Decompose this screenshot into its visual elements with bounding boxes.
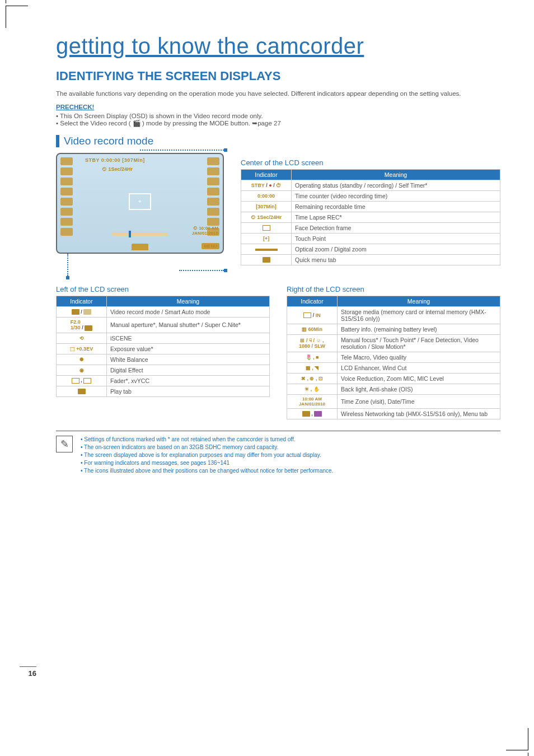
table-row: ▥ 60MinBattery info. (remaining battery …	[287, 324, 500, 335]
indicator-cell: ⟲	[57, 333, 107, 343]
meaning-cell: Remaining recordable time	[292, 202, 500, 212]
meaning-cell: Voice Reduction, Zoom MIC, MIC Level	[338, 374, 500, 384]
indicator-cell: ,	[57, 375, 107, 386]
meaning-cell: Quick menu tab	[292, 255, 500, 265]
meaning-cell: Optical zoom / Digital zoom	[292, 244, 500, 255]
table-row: / INStorage media (memory card or intern…	[287, 307, 500, 324]
table-row: ⬚ +0.3EVExposure value*	[57, 343, 270, 354]
subsection-bar: Video record mode	[56, 135, 500, 147]
meaning-cell: Tele Macro, Video quality	[338, 352, 500, 363]
indicator-cell: [+]	[241, 234, 292, 244]
indicator-cell: ,	[287, 409, 338, 419]
table-row: ◉Digital Effect	[57, 365, 270, 375]
meaning-cell: Battery info. (remaining battery level)	[338, 324, 500, 335]
table-row: , Fader*, xvYCC	[57, 375, 270, 386]
left-heading: Left of the LCD screen	[56, 285, 270, 293]
table-row: Play tab	[57, 386, 270, 396]
table-row: ⊞ / ☟ / ☺ ,1080 / SLWManual focus* / Tou…	[287, 335, 500, 352]
indicator-cell: / IN	[287, 307, 338, 324]
table-row: STBY / ● / ⏱Operating status (standby / …	[241, 180, 500, 191]
chapter-title: getting to know the camcorder	[56, 34, 500, 59]
meaning-cell: Video record mode / Smart Auto mode	[107, 307, 270, 318]
table-row: ▦ , ◥LCD Enhancer, Wind Cut	[287, 363, 500, 374]
precheck-item: Select the Video record ( 🎬 ) mode by pr…	[56, 119, 500, 127]
meaning-cell: Digital Effect	[107, 365, 270, 375]
meaning-cell: Fader*, xvYCC	[107, 375, 270, 386]
zoom-bar-icon	[112, 232, 168, 236]
meaning-cell: Storage media (memory card or internal m…	[338, 307, 500, 324]
table-row: F2.01/30 / Manual aperture*, Manual shut…	[57, 318, 270, 333]
center-table: Indicator Meaning STBY / ● / ⏱Operating …	[241, 169, 500, 265]
menu-button-icon: MENU	[202, 243, 219, 249]
meaning-cell: Wireless Networking tab (HMX-S15/S16 onl…	[338, 409, 500, 419]
indicator-cell: F2.01/30 /	[57, 318, 107, 333]
th-meaning: Meaning	[292, 170, 500, 180]
left-table: Indicator Meaning / Video record mode / …	[56, 296, 270, 397]
notes-icon: ✎	[56, 436, 73, 452]
table-row: 10:00 AMJAN/01/2010Time Zone (visit), Da…	[287, 395, 500, 409]
indicator-cell: ▦ , ◥	[287, 363, 338, 374]
table-row: Quick menu tab	[241, 255, 500, 265]
note-item: Settings of functions marked with * are …	[81, 436, 333, 444]
th-indicator: Indicator	[287, 296, 338, 307]
table-row: [307Min]Remaining recordable time	[241, 202, 500, 212]
quick-tab-icon	[132, 244, 148, 250]
table-row: 0:00:00Time counter (video recording tim…	[241, 191, 500, 202]
note-item: The icons illustrated above and their po…	[81, 467, 333, 475]
table-row: ⟲iSCENE	[57, 333, 270, 343]
right-heading: Right of the LCD screen	[287, 285, 500, 293]
note-item: The screen displayed above is for explan…	[81, 451, 333, 459]
indicator-cell: ☀ , ✋	[287, 384, 338, 395]
meaning-cell: Face Detection frame	[292, 223, 500, 234]
meaning-cell: Back light, Anti-shake (OIS)	[338, 384, 500, 395]
meaning-cell: Manual aperture*, Manual shutter* / Supe…	[107, 318, 270, 333]
th-meaning: Meaning	[107, 296, 270, 307]
table-row: ✖ , ⊕ , ⊡Voice Reduction, Zoom MIC, MIC …	[287, 374, 500, 384]
subsection-label: Video record mode	[64, 135, 153, 147]
intro-text: The available functions vary depending o…	[56, 89, 500, 98]
indicator-cell: /	[57, 307, 107, 318]
indicator-cell	[57, 386, 107, 396]
meaning-cell: Time Zone (visit), Date/Time	[338, 395, 500, 409]
indicator-cell: ⬚ +0.3EV	[57, 343, 107, 354]
meaning-cell: iSCENE	[107, 333, 270, 343]
notes-box: ✎ Settings of functions marked with * ar…	[56, 431, 500, 475]
lcd-status-line: STBY 0:00:00 [307Min]	[85, 157, 145, 163]
right-table: Indicator Meaning / INStorage media (mem…	[287, 296, 500, 419]
lcd-mock: STBY 0:00:00 [307Min] ⏲ 1Sec/24Hr ⏲ 10:0…	[56, 153, 224, 276]
table-row: [+]Touch Point	[241, 234, 500, 244]
lcd-datetime: ⏲ 10:00 AMJAN/01/2010	[192, 226, 218, 236]
meaning-cell: Exposure value*	[107, 343, 270, 354]
th-indicator: Indicator	[241, 170, 292, 180]
th-indicator: Indicator	[57, 296, 107, 307]
section-title: IDENTIFYING THE SCREEN DISPLAYS	[56, 69, 500, 83]
th-meaning: Meaning	[338, 296, 500, 307]
indicator-cell: ▥ 60Min	[287, 324, 338, 335]
indicator-cell: ✺	[57, 354, 107, 365]
precheck-label: PRECHECK!	[56, 104, 500, 110]
table-row: ✺White Balance	[57, 354, 270, 365]
table-row: Face Detection frame	[241, 223, 500, 234]
note-item: For warning indicators and messages, see…	[81, 459, 333, 467]
precheck-item: This On Screen Display (OSD) is shown in…	[56, 113, 500, 119]
table-row: ⏲ 1Sec/24HrTime Lapse REC*	[241, 212, 500, 223]
table-row: , Wireless Networking tab (HMX-S15/S16 o…	[287, 409, 500, 419]
page-number: 16	[20, 666, 36, 678]
indicator-cell: 🌷 , ■	[287, 352, 338, 363]
notes-list: Settings of functions marked with * are …	[81, 436, 333, 475]
table-row: / Video record mode / Smart Auto mode	[57, 307, 270, 318]
indicator-cell	[241, 223, 292, 234]
center-heading: Center of the LCD screen	[241, 158, 500, 167]
focus-frame-icon	[129, 193, 151, 210]
meaning-cell: Time Lapse REC*	[292, 212, 500, 223]
meaning-cell: Touch Point	[292, 234, 500, 244]
note-item: The on-screen indicators are based on an…	[81, 444, 333, 451]
indicator-cell: ⏲ 1Sec/24Hr	[241, 212, 292, 223]
lcd-lapse-line: ⏲ 1Sec/24Hr	[102, 166, 133, 172]
meaning-cell: Manual focus* / Touch Point* / Face Dete…	[338, 335, 500, 352]
meaning-cell: LCD Enhancer, Wind Cut	[338, 363, 500, 374]
meaning-cell: White Balance	[107, 354, 270, 365]
indicator-cell: [307Min]	[241, 202, 292, 212]
table-row: 🌷 , ■Tele Macro, Video quality	[287, 352, 500, 363]
meaning-cell: Play tab	[107, 386, 270, 396]
